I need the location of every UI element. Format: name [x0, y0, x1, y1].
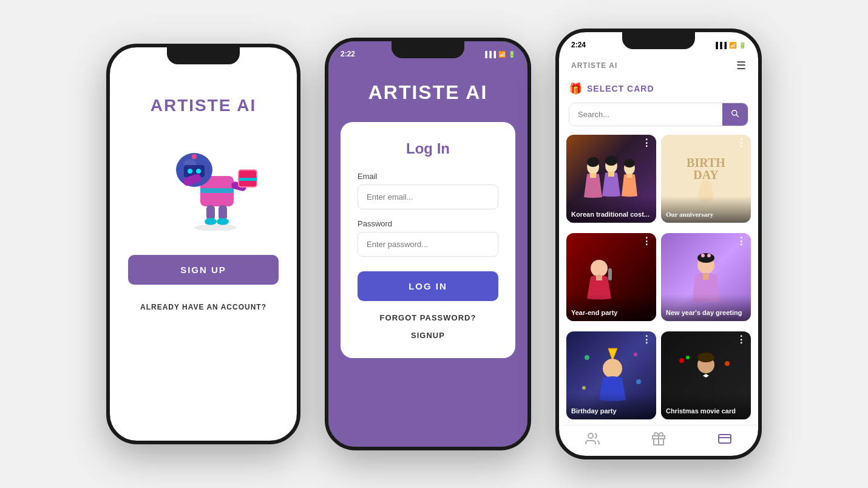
christmas-label: Christmas movie card — [666, 407, 736, 415]
search-button[interactable] — [722, 103, 748, 126]
svg-point-6 — [196, 169, 201, 174]
korean-overlay: Korean traditional cost... — [566, 196, 656, 223]
card-status-icons: ▐▐▐ 📶 🔋 — [714, 42, 746, 49]
card-status-bar: 2:24 ▐▐▐ 📶 🔋 — [559, 32, 758, 54]
card-icon — [717, 432, 732, 446]
svg-point-30 — [700, 180, 712, 192]
bottom-nav — [559, 425, 758, 456]
christmas-overlay: Christmas movie card — [661, 393, 751, 419]
card-app-header: ARTISTE AI ☰ — [559, 54, 758, 77]
search-icon — [731, 109, 739, 118]
svg-point-40 — [603, 359, 622, 378]
status-bar: 2:22 ▐▐▐ 📶 🔋 — [328, 41, 527, 63]
newyear-menu-dots[interactable]: ⋮ — [736, 237, 746, 246]
svg-marker-39 — [608, 348, 617, 361]
email-input[interactable] — [358, 185, 498, 209]
anniversary-overlay: Our anniversary — [661, 196, 751, 223]
password-input[interactable] — [358, 232, 498, 257]
svg-point-26 — [624, 159, 635, 168]
anniversary-menu-dots[interactable]: ⋮ — [736, 138, 746, 148]
login-button[interactable]: LOG IN — [358, 271, 498, 301]
svg-rect-54 — [719, 435, 731, 443]
birthday-label: Birthday party — [571, 407, 617, 415]
svg-point-48 — [679, 358, 684, 363]
svg-point-50 — [725, 361, 730, 366]
gift-icon — [651, 432, 666, 446]
already-account-link[interactable]: ALREADY HAVE AN ACCOUNT? — [140, 303, 266, 311]
wifi-icon: 📶 — [498, 51, 506, 58]
svg-point-44 — [636, 379, 641, 384]
card-item-christmas[interactable]: ⋮ Christmas movie card — [661, 331, 751, 419]
cards-grid: ⋮ Korean traditional cost... BIRTH DAY — [559, 135, 758, 425]
people-icon — [585, 432, 600, 446]
login-card: Log In Email Password LOG IN FORGOT PASS… — [341, 122, 515, 358]
svg-rect-33 — [608, 268, 612, 280]
svg-point-38 — [707, 254, 711, 257]
battery-icon: 🔋 — [508, 51, 515, 58]
forgot-password-link[interactable]: FORGOT PASSWORD? — [358, 313, 498, 322]
login-screen: 2:22 ▐▐▐ 📶 🔋 ARTISTE AI Log In Email Pas… — [328, 41, 527, 447]
card-time: 2:24 — [571, 41, 586, 49]
korean-menu-dots[interactable]: ⋮ — [642, 138, 651, 148]
svg-point-37 — [701, 254, 705, 257]
card-item-newyear[interactable]: ⋮ New year's day greeting — [661, 233, 751, 321]
signup-screen: ARTISTE AI — [110, 47, 297, 441]
korean-label: Korean traditional cost... — [571, 211, 649, 218]
app-title: ARTISTE AI — [151, 96, 257, 115]
gift-card-icon: 🎁 — [569, 82, 582, 95]
svg-point-51 — [588, 433, 593, 438]
yearend-menu-dots[interactable]: ⋮ — [642, 237, 651, 246]
svg-point-49 — [686, 356, 690, 359]
svg-text:BIRTH: BIRTH — [687, 156, 725, 169]
card-battery-icon: 🔋 — [739, 42, 746, 49]
svg-point-17 — [194, 224, 237, 231]
card-brand-label: ARTISTE AI — [571, 61, 617, 70]
birthday-menu-dots[interactable]: ⋮ — [642, 335, 651, 345]
yearend-label: Year-end party — [571, 309, 617, 316]
svg-text:DAY: DAY — [693, 168, 719, 181]
hamburger-menu-icon[interactable]: ☰ — [736, 59, 746, 72]
card-item-birthday[interactable]: ⋮ Birthday party — [566, 331, 656, 419]
svg-rect-23 — [627, 174, 632, 178]
select-card-section: 🎁 SELECT CARD — [559, 77, 758, 103]
email-label: Email — [358, 172, 498, 181]
card-wifi-icon: 📶 — [729, 42, 736, 49]
anniversary-label: Our anniversary — [666, 211, 713, 218]
select-card-screen: 2:24 ▐▐▐ 📶 🔋 ARTISTE AI ☰ 🎁 SELECT CARD — [559, 32, 758, 456]
nav-gift[interactable] — [651, 432, 666, 446]
card-item-korean[interactable]: ⋮ Korean traditional cost... — [566, 135, 656, 223]
svg-point-47 — [697, 353, 714, 362]
login-app-title: ARTISTE AI — [368, 81, 488, 104]
phone-login: 2:22 ▐▐▐ 📶 🔋 ARTISTE AI Log In Email Pas… — [325, 38, 531, 450]
search-input[interactable] — [569, 104, 722, 125]
login-card-title: Log In — [358, 140, 498, 157]
svg-point-5 — [188, 169, 192, 174]
select-card-label: SELECT CARD — [587, 84, 654, 93]
card-item-yearend[interactable]: ⋮ Year-end party — [566, 233, 656, 321]
svg-rect-19 — [590, 173, 596, 178]
status-icons: ▐▐▐ 📶 🔋 — [483, 51, 515, 58]
password-label: Password — [358, 219, 498, 228]
svg-rect-1 — [200, 188, 234, 193]
card-signal-icon: ▐▐▐ — [714, 42, 727, 49]
svg-rect-35 — [703, 274, 709, 280]
birthday-overlay: Birthday party — [566, 393, 656, 419]
newyear-overlay: New year's day greeting — [661, 294, 751, 321]
svg-point-7 — [192, 154, 197, 159]
christmas-menu-dots[interactable]: ⋮ — [736, 335, 746, 345]
phone-signup: ARTISTE AI — [106, 44, 300, 444]
svg-point-36 — [697, 253, 714, 263]
card-item-anniversary[interactable]: BIRTH DAY ⋮ Our anniversary — [661, 135, 751, 223]
svg-rect-12 — [239, 178, 257, 181]
search-bar — [569, 103, 748, 126]
svg-point-41 — [585, 355, 589, 360]
signup-button[interactable]: SIGN UP — [128, 255, 279, 285]
login-content: 2:22 ▐▐▐ 📶 🔋 ARTISTE AI Log In Email Pas… — [328, 41, 527, 447]
svg-point-24 — [587, 157, 599, 167]
svg-point-31 — [591, 260, 608, 277]
time: 2:22 — [341, 50, 355, 58]
nav-card[interactable] — [717, 432, 732, 446]
svg-rect-21 — [608, 172, 614, 177]
signup-link[interactable]: SIGNUP — [358, 331, 498, 340]
nav-people[interactable] — [585, 432, 600, 446]
